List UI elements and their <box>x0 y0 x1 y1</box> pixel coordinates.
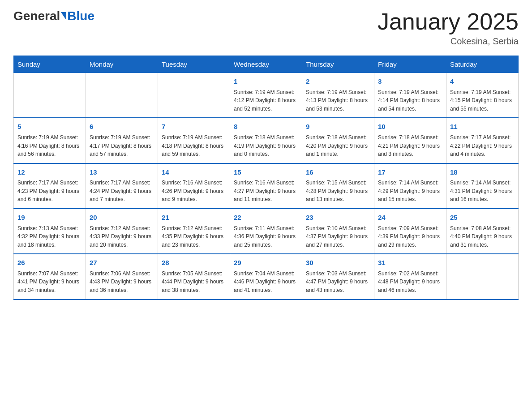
day-info: Sunrise: 7:12 AM Sunset: 4:33 PM Dayligh… <box>90 224 154 249</box>
calendar-cell: 19Sunrise: 7:13 AM Sunset: 4:32 PM Dayli… <box>14 209 86 254</box>
calendar-cell: 10Sunrise: 7:18 AM Sunset: 4:21 PM Dayli… <box>374 118 446 163</box>
day-info: Sunrise: 7:19 AM Sunset: 4:13 PM Dayligh… <box>306 88 370 113</box>
calendar-cell: 13Sunrise: 7:17 AM Sunset: 4:24 PM Dayli… <box>86 163 158 209</box>
calendar-week-row: 1Sunrise: 7:19 AM Sunset: 4:12 PM Daylig… <box>14 73 519 118</box>
calendar-cell: 3Sunrise: 7:19 AM Sunset: 4:14 PM Daylig… <box>374 73 446 118</box>
day-number: 14 <box>162 167 226 178</box>
day-number: 13 <box>90 167 154 178</box>
page-subtitle: Cokesina, Serbia <box>378 36 519 47</box>
calendar-cell: 31Sunrise: 7:02 AM Sunset: 4:48 PM Dayli… <box>374 254 446 299</box>
calendar-cell: 21Sunrise: 7:12 AM Sunset: 4:35 PM Dayli… <box>158 209 230 254</box>
calendar-header: SundayMondayTuesdayWednesdayThursdayFrid… <box>14 56 519 73</box>
day-info: Sunrise: 7:18 AM Sunset: 4:21 PM Dayligh… <box>378 133 442 158</box>
calendar-header-row: SundayMondayTuesdayWednesdayThursdayFrid… <box>14 56 519 73</box>
day-number: 8 <box>234 122 298 132</box>
calendar-cell: 27Sunrise: 7:06 AM Sunset: 4:43 PM Dayli… <box>86 254 158 299</box>
day-number: 15 <box>234 167 298 178</box>
calendar-cell: 26Sunrise: 7:07 AM Sunset: 4:41 PM Dayli… <box>14 254 86 299</box>
calendar-cell <box>86 73 158 118</box>
day-number: 2 <box>306 77 370 87</box>
calendar-cell: 22Sunrise: 7:11 AM Sunset: 4:36 PM Dayli… <box>230 209 302 254</box>
day-number: 10 <box>378 122 442 132</box>
logo: General Blue <box>13 9 94 23</box>
day-info: Sunrise: 7:16 AM Sunset: 4:26 PM Dayligh… <box>162 179 226 204</box>
calendar-day-header: Friday <box>374 56 446 73</box>
calendar-cell <box>158 73 230 118</box>
day-info: Sunrise: 7:08 AM Sunset: 4:40 PM Dayligh… <box>450 224 515 249</box>
calendar-cell: 6Sunrise: 7:19 AM Sunset: 4:17 PM Daylig… <box>86 118 158 163</box>
day-info: Sunrise: 7:19 AM Sunset: 4:12 PM Dayligh… <box>234 88 298 113</box>
calendar-week-row: 12Sunrise: 7:17 AM Sunset: 4:23 PM Dayli… <box>14 163 519 209</box>
calendar-cell: 14Sunrise: 7:16 AM Sunset: 4:26 PM Dayli… <box>158 163 230 209</box>
calendar-day-header: Monday <box>86 56 158 73</box>
day-number: 26 <box>17 258 82 268</box>
logo-arrow-icon <box>61 12 66 20</box>
day-number: 17 <box>378 167 442 178</box>
title-section: January 2025 Cokesina, Serbia <box>378 9 519 47</box>
calendar-day-header: Wednesday <box>230 56 302 73</box>
day-number: 30 <box>306 258 370 268</box>
day-number: 18 <box>450 167 515 178</box>
day-number: 24 <box>378 213 442 223</box>
calendar-cell: 18Sunrise: 7:14 AM Sunset: 4:31 PM Dayli… <box>446 163 519 209</box>
calendar-cell: 8Sunrise: 7:18 AM Sunset: 4:19 PM Daylig… <box>230 118 302 163</box>
calendar-cell <box>446 254 519 299</box>
day-info: Sunrise: 7:14 AM Sunset: 4:29 PM Dayligh… <box>378 179 442 204</box>
day-info: Sunrise: 7:15 AM Sunset: 4:28 PM Dayligh… <box>306 179 370 204</box>
calendar-day-header: Tuesday <box>158 56 230 73</box>
day-info: Sunrise: 7:18 AM Sunset: 4:20 PM Dayligh… <box>306 133 370 158</box>
calendar-cell: 16Sunrise: 7:15 AM Sunset: 4:28 PM Dayli… <box>302 163 374 209</box>
calendar-table: SundayMondayTuesdayWednesdayThursdayFrid… <box>13 56 519 300</box>
calendar-cell: 15Sunrise: 7:16 AM Sunset: 4:27 PM Dayli… <box>230 163 302 209</box>
day-info: Sunrise: 7:07 AM Sunset: 4:41 PM Dayligh… <box>17 270 82 295</box>
day-info: Sunrise: 7:05 AM Sunset: 4:44 PM Dayligh… <box>162 270 226 295</box>
calendar-cell: 5Sunrise: 7:19 AM Sunset: 4:16 PM Daylig… <box>14 118 86 163</box>
calendar-cell: 2Sunrise: 7:19 AM Sunset: 4:13 PM Daylig… <box>302 73 374 118</box>
day-info: Sunrise: 7:19 AM Sunset: 4:18 PM Dayligh… <box>162 133 226 158</box>
day-info: Sunrise: 7:13 AM Sunset: 4:32 PM Dayligh… <box>17 224 82 249</box>
day-number: 25 <box>450 213 515 223</box>
day-info: Sunrise: 7:09 AM Sunset: 4:39 PM Dayligh… <box>378 224 442 249</box>
day-number: 16 <box>306 167 370 178</box>
calendar-cell: 7Sunrise: 7:19 AM Sunset: 4:18 PM Daylig… <box>158 118 230 163</box>
calendar-cell: 29Sunrise: 7:04 AM Sunset: 4:46 PM Dayli… <box>230 254 302 299</box>
day-info: Sunrise: 7:02 AM Sunset: 4:48 PM Dayligh… <box>378 270 442 295</box>
calendar-cell: 4Sunrise: 7:19 AM Sunset: 4:15 PM Daylig… <box>446 73 519 118</box>
day-info: Sunrise: 7:12 AM Sunset: 4:35 PM Dayligh… <box>162 224 226 249</box>
page-title: January 2025 <box>378 9 519 34</box>
day-number: 1 <box>234 77 298 87</box>
day-number: 12 <box>17 167 82 178</box>
day-info: Sunrise: 7:17 AM Sunset: 4:22 PM Dayligh… <box>450 133 515 158</box>
calendar-day-header: Thursday <box>302 56 374 73</box>
day-number: 29 <box>234 258 298 268</box>
day-number: 27 <box>90 258 154 268</box>
calendar-cell: 11Sunrise: 7:17 AM Sunset: 4:22 PM Dayli… <box>446 118 519 163</box>
day-info: Sunrise: 7:10 AM Sunset: 4:37 PM Dayligh… <box>306 224 370 249</box>
day-number: 3 <box>378 77 442 87</box>
day-info: Sunrise: 7:11 AM Sunset: 4:36 PM Dayligh… <box>234 224 298 249</box>
logo-general-text: General <box>13 9 60 23</box>
day-info: Sunrise: 7:06 AM Sunset: 4:43 PM Dayligh… <box>90 270 154 295</box>
day-info: Sunrise: 7:18 AM Sunset: 4:19 PM Dayligh… <box>234 133 298 158</box>
day-number: 11 <box>450 122 515 132</box>
calendar-cell: 28Sunrise: 7:05 AM Sunset: 4:44 PM Dayli… <box>158 254 230 299</box>
day-info: Sunrise: 7:16 AM Sunset: 4:27 PM Dayligh… <box>234 179 298 204</box>
calendar-cell <box>14 73 86 118</box>
calendar-cell: 1Sunrise: 7:19 AM Sunset: 4:12 PM Daylig… <box>230 73 302 118</box>
day-info: Sunrise: 7:19 AM Sunset: 4:16 PM Dayligh… <box>17 133 82 158</box>
day-number: 6 <box>90 122 154 132</box>
calendar-cell: 12Sunrise: 7:17 AM Sunset: 4:23 PM Dayli… <box>14 163 86 209</box>
calendar-day-header: Saturday <box>446 56 519 73</box>
day-number: 5 <box>17 122 82 132</box>
day-number: 19 <box>17 213 82 223</box>
day-info: Sunrise: 7:19 AM Sunset: 4:14 PM Dayligh… <box>378 88 442 113</box>
calendar-week-row: 19Sunrise: 7:13 AM Sunset: 4:32 PM Dayli… <box>14 209 519 254</box>
day-number: 28 <box>162 258 226 268</box>
day-info: Sunrise: 7:19 AM Sunset: 4:17 PM Dayligh… <box>90 133 154 158</box>
day-number: 4 <box>450 77 515 87</box>
calendar-cell: 23Sunrise: 7:10 AM Sunset: 4:37 PM Dayli… <box>302 209 374 254</box>
day-number: 22 <box>234 213 298 223</box>
day-info: Sunrise: 7:14 AM Sunset: 4:31 PM Dayligh… <box>450 179 515 204</box>
day-number: 20 <box>90 213 154 223</box>
logo-blue-text: Blue <box>67 9 94 23</box>
